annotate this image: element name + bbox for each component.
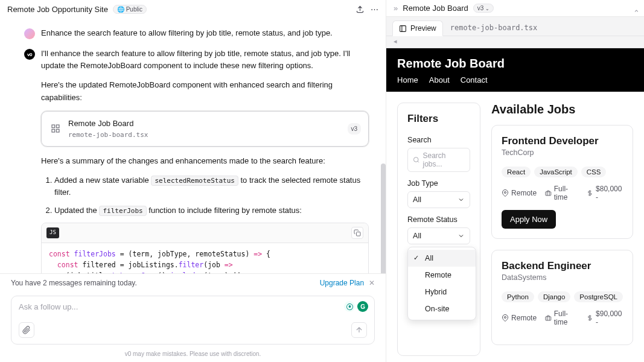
job-tag: React [502, 167, 531, 177]
dropdown-option[interactable]: All [408, 250, 476, 267]
job-type: Full-time [545, 185, 578, 202]
send-button[interactable] [351, 322, 367, 338]
briefcase-icon [545, 314, 552, 322]
svg-rect-2 [56, 130, 59, 133]
scrollbar[interactable] [381, 164, 386, 273]
nav-link-about[interactable]: About [429, 75, 450, 84]
code-block: JS const filterJobs = (term, jobType, re… [41, 223, 369, 273]
svg-rect-5 [400, 25, 406, 31]
quota-message: You have 2 messages remaining today. [11, 279, 137, 287]
collapse-icon[interactable]: ⌃ [632, 8, 640, 17]
grammar-icon[interactable]: G [357, 301, 368, 312]
svg-rect-0 [52, 125, 55, 128]
svg-point-9 [505, 317, 506, 319]
chevron-down-icon [457, 232, 465, 240]
search-label: Search [407, 136, 470, 144]
bot-text: Here's the updated RemoteJobBoard compon… [41, 79, 369, 103]
lang-pill: JS [46, 227, 59, 238]
expand-icon[interactable]: » [394, 4, 398, 13]
job-tag: PostgreSQL [574, 291, 623, 302]
svg-rect-1 [56, 125, 59, 128]
suggest-icon[interactable]: ⦿ [344, 301, 355, 312]
upgrade-link[interactable]: Upgrade Plan [320, 279, 364, 287]
inline-code: filterJobs [99, 206, 146, 216]
svg-rect-4 [357, 232, 361, 237]
bot-avatar: v0 [24, 49, 35, 60]
job-title: Frontend Developer [502, 135, 623, 147]
component-icon [49, 122, 62, 135]
bot-text: I'll enhance the search feature to allow… [41, 48, 369, 72]
list-item: Added a new state variable selectedRemot… [54, 174, 369, 198]
search-icon [413, 156, 419, 164]
remote-dropdown: All Remote Hybrid On-site [407, 247, 476, 320]
site-title: Remote Job Board [397, 57, 633, 71]
dropdown-option[interactable]: On-site [408, 300, 476, 317]
job-card: Frontend Developer TechCorp React JavaSc… [491, 125, 633, 239]
share-icon[interactable] [355, 5, 365, 14]
svg-rect-10 [546, 317, 551, 320]
jobs-heading: Available Jobs [491, 103, 633, 116]
nav-link-home[interactable]: Home [397, 75, 418, 84]
job-tag: JavaScript [534, 167, 578, 177]
code-body: const filterJobs = (term, jobType, remot… [42, 243, 368, 273]
svg-rect-3 [52, 130, 55, 133]
visibility-badge: 🌐 Public [113, 5, 147, 14]
user-avatar [24, 28, 35, 39]
list-item: Updated the filterJobs function to inclu… [54, 205, 369, 217]
job-location: Remote [502, 314, 537, 322]
dropdown-option[interactable]: Remote [408, 267, 476, 284]
nav-link-contact[interactable]: Contact [461, 75, 488, 84]
component-title: Remote Job Board [68, 118, 342, 130]
job-title: Backend Engineer [502, 260, 623, 272]
pin-icon [502, 314, 509, 322]
project-title: Remote Job Opportunity Site [7, 5, 108, 14]
inline-code: selectedRemoteStatus [151, 176, 238, 186]
dropdown-option[interactable]: Hybrid [408, 284, 476, 300]
remote-select[interactable]: All [407, 227, 470, 244]
pin-icon [502, 189, 509, 197]
close-icon[interactable]: ✕ [369, 279, 375, 287]
remote-label: Remote Status [407, 215, 470, 224]
chevron-down-icon [457, 196, 465, 203]
svg-point-7 [505, 192, 506, 194]
job-tag: Python [502, 291, 534, 302]
job-tag: CSS [581, 167, 607, 177]
attach-button[interactable] [19, 322, 34, 338]
jobtype-label: Job Type [407, 179, 470, 188]
job-tag: Django [538, 291, 570, 302]
job-company: TechCorp [502, 148, 623, 157]
version-selector[interactable]: v3 ⌄ [473, 4, 494, 13]
window-icon [399, 25, 407, 33]
svg-point-6 [414, 157, 419, 162]
user-message: Enhance the search feature to allow filt… [41, 27, 369, 39]
input-placeholder: Ask a follow up... [19, 302, 367, 311]
apply-button[interactable]: Apply Now [502, 210, 556, 229]
dollar-icon [587, 189, 593, 197]
job-company: DataSystems [502, 273, 623, 282]
search-input[interactable]: Search jobs... [407, 148, 470, 172]
version-pill: v3 [348, 123, 362, 135]
preview-tab[interactable]: Preview [392, 21, 443, 36]
dollar-icon [587, 314, 593, 322]
component-filename: remote-job-board.tsx [68, 130, 342, 140]
file-tab[interactable]: remote-job-board.tsx [447, 24, 538, 36]
back-nav[interactable]: ◂ [386, 36, 644, 48]
component-card[interactable]: Remote Job Board remote-job-board.tsx v3 [41, 111, 369, 147]
chat-input[interactable]: Ask a follow up... ⦿ G [11, 296, 375, 345]
job-type: Full-time [545, 310, 578, 326]
job-salary: $90,000 - [587, 310, 623, 326]
jobtype-select[interactable]: All [407, 191, 470, 208]
job-location: Remote [502, 189, 537, 197]
disclaimer: v0 may make mistakes. Please use with di… [0, 348, 386, 362]
filters-heading: Filters [407, 113, 470, 125]
job-salary: $80,000 - [587, 185, 623, 202]
copy-button[interactable] [351, 227, 363, 239]
preview-title: Remote Job Board [403, 4, 468, 13]
more-icon[interactable]: ⋯ [371, 5, 378, 14]
bot-text: Here's a summary of the changes and enha… [41, 155, 369, 167]
job-card: Backend Engineer DataSystems Python Djan… [491, 250, 633, 345]
briefcase-icon [545, 189, 552, 197]
svg-rect-8 [546, 192, 551, 195]
